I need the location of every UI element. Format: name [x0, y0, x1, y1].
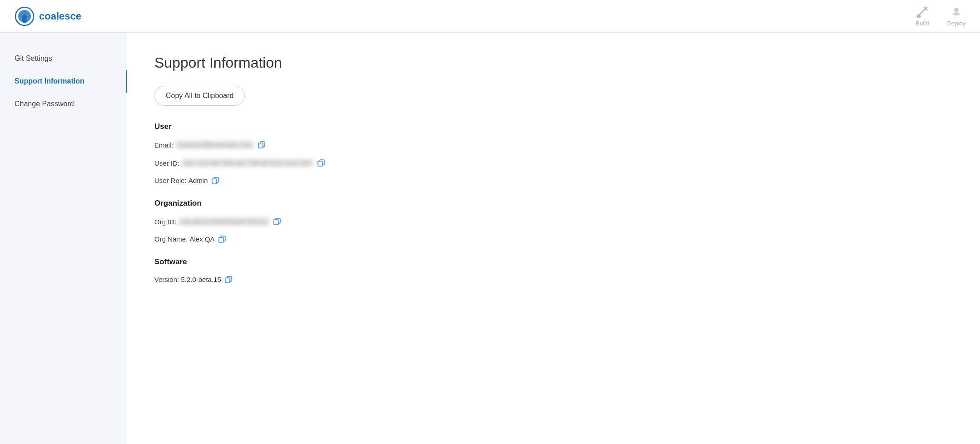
user-id-label: User ID: — [154, 159, 181, 167]
org-name-label: Org Name: — [154, 235, 190, 243]
svg-rect-8 — [318, 161, 322, 166]
org-name-row: Org Name: Alex QA — [154, 235, 953, 243]
software-section: Software Version: 5.2.0-beta.15 — [154, 257, 953, 283]
sidebar-item-support-information[interactable]: Support Information — [0, 70, 127, 93]
version-value: 5.2.0-beta.15 — [181, 276, 221, 283]
main-layout: Git Settings Support Information Change … — [0, 33, 980, 444]
org-name-copy-icon[interactable] — [218, 236, 226, 243]
build-label: Build — [916, 20, 929, 27]
content-area: Support Information Copy All to Clipboar… — [127, 33, 980, 444]
email-copy-icon[interactable] — [258, 141, 265, 148]
org-name-value: Alex QA — [190, 235, 215, 243]
user-id-value: abc-123-def-456-ghi-789-jkl-012-mno-345 — [181, 158, 313, 168]
user-id-copy-icon[interactable] — [317, 159, 325, 167]
svg-rect-14 — [219, 237, 223, 242]
org-id-label: Org ID: — [154, 218, 178, 226]
coalesce-logo-icon — [15, 6, 35, 26]
user-role-row: User Role: Admin — [154, 177, 953, 184]
build-nav-item[interactable]: Build — [916, 5, 929, 27]
email-value: redacted@example.com — [175, 140, 254, 149]
deploy-nav-item[interactable]: Deploy — [947, 5, 965, 27]
sidebar-item-git-settings[interactable]: Git Settings — [0, 47, 127, 70]
svg-rect-10 — [212, 179, 217, 184]
svg-point-4 — [954, 8, 959, 12]
nav-actions: Build Deploy — [916, 5, 965, 27]
svg-rect-16 — [225, 278, 230, 283]
user-role-value: Admin — [188, 177, 208, 184]
version-label: Version: — [154, 276, 181, 283]
logo-text: coalesce — [39, 10, 81, 22]
svg-rect-6 — [258, 143, 263, 148]
version-row: Version: 5.2.0-beta.15 — [154, 276, 953, 283]
svg-rect-12 — [274, 220, 278, 225]
deploy-label: Deploy — [947, 20, 965, 27]
sidebar: Git Settings Support Information Change … — [0, 33, 127, 444]
page-title: Support Information — [154, 54, 953, 71]
org-id-value: org-abc123def456ghi789xyz — [178, 217, 270, 226]
user-section: User Email: redacted@example.com User ID… — [154, 122, 953, 184]
sidebar-item-change-password[interactable]: Change Password — [0, 93, 127, 115]
email-row: Email: redacted@example.com — [154, 140, 953, 149]
build-icon — [916, 5, 929, 18]
copy-all-button[interactable]: Copy All to Clipboard — [154, 86, 245, 106]
user-role-copy-icon[interactable] — [212, 177, 219, 184]
user-section-title: User — [154, 122, 953, 131]
version-copy-icon[interactable] — [225, 276, 232, 283]
software-section-title: Software — [154, 257, 953, 266]
organization-section-title: Organization — [154, 199, 953, 208]
organization-section: Organization Org ID: org-abc123def456ghi… — [154, 199, 953, 243]
logo-area[interactable]: coalesce — [15, 6, 81, 26]
top-nav: coalesce Build Deploy — [0, 0, 980, 33]
org-id-row: Org ID: org-abc123def456ghi789xyz — [154, 217, 953, 226]
user-id-row: User ID: abc-123-def-456-ghi-789-jkl-012… — [154, 158, 953, 168]
deploy-icon — [950, 5, 963, 18]
email-label: Email: — [154, 141, 175, 149]
user-role-label: User Role: — [154, 177, 188, 184]
org-id-copy-icon[interactable] — [273, 218, 281, 225]
